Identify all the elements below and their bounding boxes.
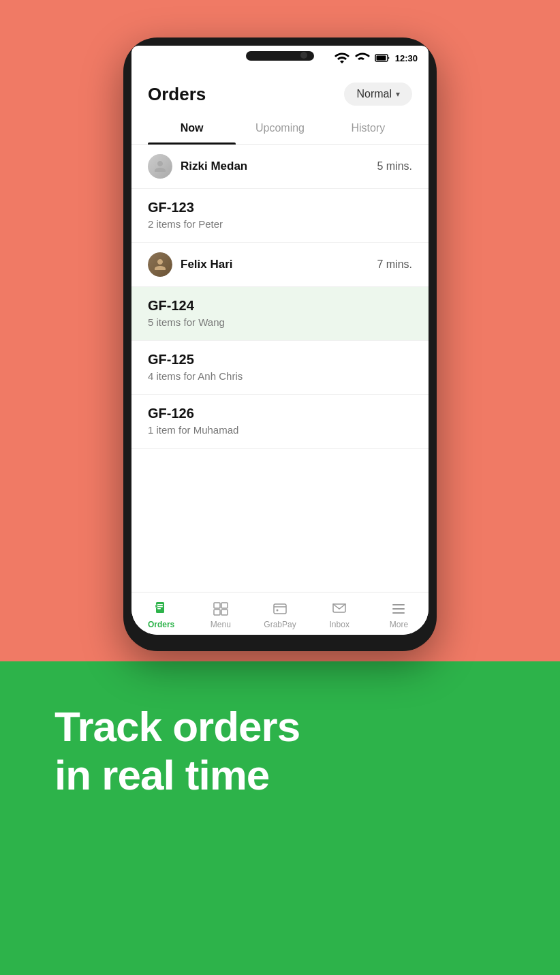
order-id-gf126: GF-126 xyxy=(148,406,412,421)
status-right: 12:30 xyxy=(334,50,418,66)
app-screen: Orders Normal ▾ Now Upcoming History xyxy=(131,70,429,635)
courier-name-rizki: Rizki Medan xyxy=(181,160,247,173)
svg-rect-6 xyxy=(155,605,157,608)
order-id-gf124: GF-124 xyxy=(148,298,412,314)
phone-device: 12:30 Orders Normal ▾ Now Upcoming xyxy=(123,38,437,651)
nav-inbox-label: Inbox xyxy=(330,620,349,629)
nav-menu[interactable]: Menu xyxy=(191,598,250,632)
battery-icon xyxy=(375,50,391,66)
order-card-gf125[interactable]: GF-125 4 items for Anh Chris xyxy=(131,341,429,395)
svg-rect-10 xyxy=(221,610,228,615)
bottom-nav: Orders Menu xyxy=(131,592,429,635)
courier-name-felix: Felix Hari xyxy=(181,258,233,271)
tab-upcoming[interactable]: Upcoming xyxy=(236,114,324,144)
tab-now[interactable]: Now xyxy=(148,114,236,144)
svg-rect-11 xyxy=(274,604,286,614)
nav-menu-label: Menu xyxy=(211,620,231,629)
wifi-icon xyxy=(334,50,350,66)
nav-inbox[interactable]: Inbox xyxy=(310,598,369,632)
nav-grabpay[interactable]: GrabPay xyxy=(250,598,309,632)
nav-grabpay-label: GrabPay xyxy=(264,620,296,629)
inbox-icon xyxy=(331,601,347,617)
courier-time-rizki: 5 mins. xyxy=(377,160,412,172)
orders-icon xyxy=(153,601,170,617)
svg-rect-4 xyxy=(157,606,163,608)
tagline-text: Track orders in real time xyxy=(55,702,300,800)
order-desc-gf125: 4 items for Anh Chris xyxy=(148,370,412,382)
svg-rect-1 xyxy=(376,56,386,61)
nav-orders[interactable]: Orders xyxy=(131,598,191,632)
order-desc-gf126: 1 item for Muhamad xyxy=(148,424,412,436)
svg-rect-9 xyxy=(214,610,220,615)
avatar-felix xyxy=(148,252,172,277)
order-card-gf124[interactable]: GF-124 5 items for Wang xyxy=(131,287,429,341)
tabs-bar: Now Upcoming History xyxy=(131,114,429,145)
order-list: Rizki Medan 5 mins. GF-123 2 items for P… xyxy=(131,145,429,592)
nav-more-label: More xyxy=(390,620,408,629)
nav-more[interactable]: More xyxy=(369,598,429,632)
chevron-down-icon: ▾ xyxy=(396,89,400,99)
courier-time-felix: 7 mins. xyxy=(377,258,412,271)
filter-label: Normal xyxy=(356,88,392,100)
avatar-rizki xyxy=(148,154,172,179)
svg-point-12 xyxy=(277,610,279,612)
signal-icon xyxy=(354,50,371,66)
filter-dropdown[interactable]: Normal ▾ xyxy=(344,82,412,106)
order-desc-gf123: 2 items for Peter xyxy=(148,218,412,230)
svg-rect-5 xyxy=(157,608,161,610)
order-desc-gf124: 5 items for Wang xyxy=(148,316,412,328)
nav-orders-label: Orders xyxy=(148,620,174,629)
status-time: 12:30 xyxy=(395,53,418,63)
order-card-gf126[interactable]: GF-126 1 item for Muhamad xyxy=(131,395,429,449)
top-section: 12:30 Orders Normal ▾ Now Upcoming xyxy=(0,0,560,661)
order-id-gf125: GF-125 xyxy=(148,352,412,368)
page-title: Orders xyxy=(148,84,206,105)
courier-row-rizki[interactable]: Rizki Medan 5 mins. xyxy=(131,145,429,189)
svg-rect-8 xyxy=(221,603,228,608)
more-icon xyxy=(390,601,407,617)
courier-row-felix[interactable]: Felix Hari 7 mins. xyxy=(131,243,429,287)
bottom-section: Track orders in real time xyxy=(0,661,560,975)
svg-rect-7 xyxy=(214,603,220,608)
grabpay-icon xyxy=(272,601,288,617)
menu-icon xyxy=(213,601,229,617)
order-id-gf123: GF-123 xyxy=(148,200,412,215)
app-header: Orders Normal ▾ xyxy=(131,70,429,114)
svg-rect-3 xyxy=(157,604,163,605)
phone-camera xyxy=(300,52,307,59)
order-card-gf123[interactable]: GF-123 2 items for Peter xyxy=(131,189,429,243)
tab-history[interactable]: History xyxy=(324,114,412,144)
